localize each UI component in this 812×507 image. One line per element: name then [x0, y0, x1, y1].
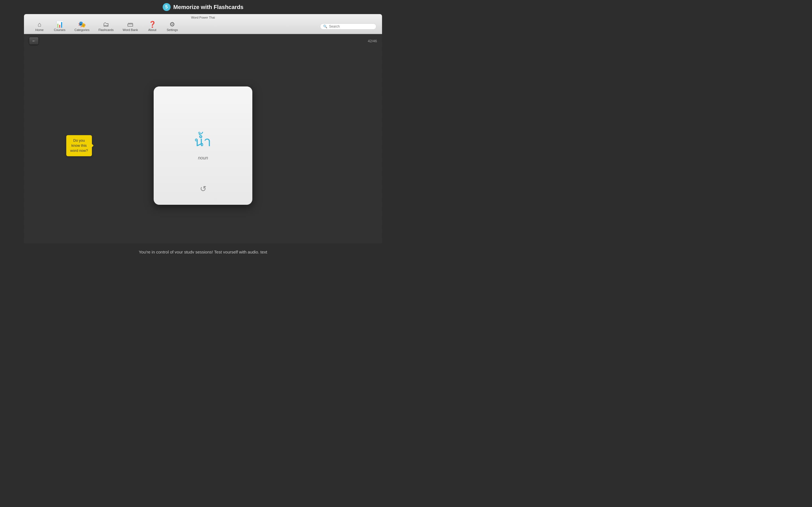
sidebar-item-categories[interactable]: 🎭 Categories: [70, 20, 94, 33]
footer-line1: You're in control of your study sessions…: [6, 249, 400, 253]
flashcard-area: Do youknow thisword now? น้ำ noun ↺: [24, 48, 382, 244]
app-window: Word Power Thai ⌂ Home 📊 Courses 🎭 Categ…: [24, 14, 382, 244]
sidebar-item-courses[interactable]: 📊 Courses: [49, 20, 70, 33]
courses-icon: 📊: [56, 21, 63, 27]
flashcards-icon: 🗂: [103, 21, 109, 27]
sidebar-item-wordbank[interactable]: 🗃 Word Bank: [118, 20, 142, 33]
categories-icon: 🎭: [78, 21, 86, 27]
search-icon: 🔍: [323, 24, 327, 29]
card-word: น้ำ: [194, 131, 212, 152]
search-box[interactable]: 🔍: [320, 23, 376, 30]
settings-label: Settings: [167, 28, 178, 32]
sidebar-item-settings[interactable]: ⚙ Settings: [162, 20, 183, 33]
progress-indicator: 42/46: [368, 39, 377, 43]
flashcards-label: Flashcards: [98, 28, 114, 32]
bottom-description: You're in control of your study sessions…: [0, 244, 406, 253]
back-button[interactable]: ←: [29, 37, 39, 45]
tooltip-text: Do youknow thisword now?: [70, 138, 88, 153]
card-part-of-speech: noun: [198, 156, 208, 161]
wordbank-label: Word Bank: [123, 28, 138, 32]
title-bar: 5 Memorize with Flashcards: [0, 0, 406, 14]
courses-label: Courses: [54, 28, 65, 32]
nav-items: ⌂ Home 📊 Courses 🎭 Categories 🗂 Flashcar…: [30, 20, 183, 33]
settings-icon: ⚙: [169, 21, 175, 27]
wordbank-icon: 🗃: [127, 21, 133, 27]
home-icon: ⌂: [38, 21, 41, 27]
sidebar-item-flashcards[interactable]: 🗂 Flashcards: [94, 20, 118, 33]
content-top: ← 42/46: [24, 34, 382, 48]
sidebar-item-about[interactable]: ❓ About: [142, 20, 162, 33]
toolbar-app-title: Word Power Thai: [24, 16, 382, 19]
toolbar-nav: ⌂ Home 📊 Courses 🎭 Categories 🗂 Flashcar…: [24, 20, 382, 33]
toolbar: Word Power Thai ⌂ Home 📊 Courses 🎭 Categ…: [24, 14, 382, 34]
home-label: Home: [35, 28, 43, 32]
content-area: ← 42/46 Do youknow thisword now? น้ำ nou…: [24, 34, 382, 244]
categories-label: Categories: [74, 28, 89, 32]
about-label: About: [148, 28, 156, 32]
title-badge: 5: [163, 3, 170, 11]
sidebar-item-home[interactable]: ⌂ Home: [30, 20, 49, 33]
flashcard[interactable]: น้ำ noun ↺: [154, 87, 252, 205]
flip-button[interactable]: ↺: [200, 184, 206, 193]
about-icon: ❓: [149, 21, 156, 27]
search-input[interactable]: [329, 24, 373, 29]
tooltip-bubble: Do youknow thisword now?: [66, 135, 92, 156]
app-title: Memorize with Flashcards: [173, 4, 244, 10]
